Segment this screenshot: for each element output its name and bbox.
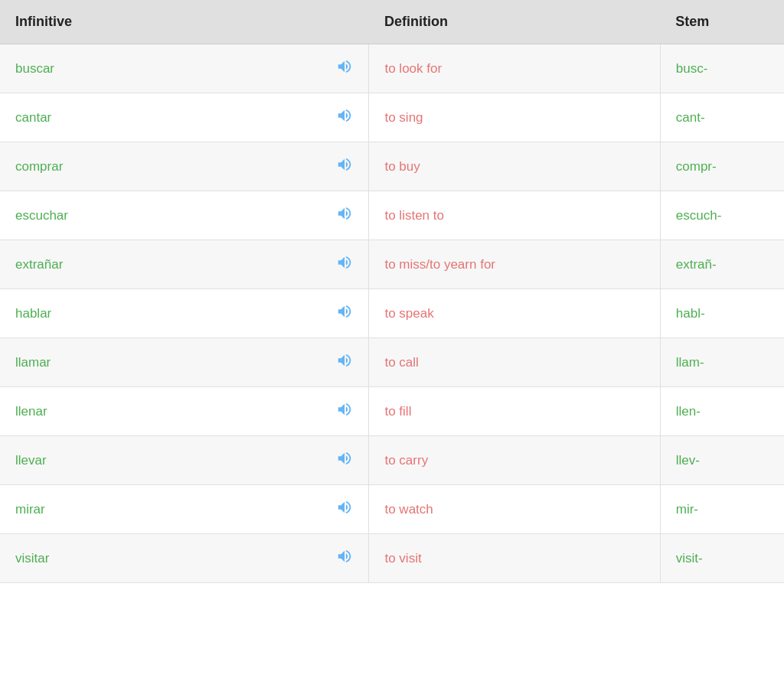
table-row: llamar to callllam-	[0, 338, 784, 387]
audio-icon[interactable]	[336, 401, 353, 418]
table-row: escuchar to listen toescuch-	[0, 191, 784, 240]
cell-infinitive: extrañar	[0, 240, 321, 289]
cell-audio[interactable]	[321, 534, 369, 583]
cell-infinitive: buscar	[0, 44, 321, 93]
table-row: cantar to singcant-	[0, 93, 784, 142]
vocabulary-table: Infinitive Definition Stem buscar to loo…	[0, 0, 784, 583]
header-definition: Definition	[369, 0, 660, 44]
cell-infinitive: mirar	[0, 485, 321, 534]
audio-icon[interactable]	[336, 548, 353, 565]
cell-infinitive: llamar	[0, 338, 321, 387]
cell-audio[interactable]	[321, 142, 369, 191]
audio-icon[interactable]	[336, 303, 353, 320]
speaker-icon	[336, 58, 353, 75]
speaker-icon	[336, 254, 353, 271]
cell-audio[interactable]	[321, 387, 369, 436]
cell-infinitive: llenar	[0, 387, 321, 436]
audio-icon[interactable]	[336, 58, 353, 75]
cell-definition: to speak	[369, 289, 660, 338]
cell-stem: llen-	[660, 387, 784, 436]
audio-icon[interactable]	[336, 205, 353, 222]
cell-infinitive: llevar	[0, 436, 321, 485]
cell-audio[interactable]	[321, 289, 369, 338]
cell-stem: extrañ-	[660, 240, 784, 289]
cell-audio[interactable]	[321, 44, 369, 93]
cell-stem: habl-	[660, 289, 784, 338]
speaker-icon	[336, 450, 353, 467]
audio-icon[interactable]	[336, 107, 353, 124]
cell-audio[interactable]	[321, 240, 369, 289]
cell-infinitive: escuchar	[0, 191, 321, 240]
table-header-row: Infinitive Definition Stem	[0, 0, 784, 44]
audio-icon[interactable]	[336, 352, 353, 369]
cell-stem: mir-	[660, 485, 784, 534]
cell-audio[interactable]	[321, 485, 369, 534]
header-stem: Stem	[660, 0, 784, 44]
cell-stem: cant-	[660, 93, 784, 142]
cell-stem: llev-	[660, 436, 784, 485]
table-row: extrañar to miss/to yearn forextrañ-	[0, 240, 784, 289]
cell-stem: escuch-	[660, 191, 784, 240]
cell-definition: to look for	[369, 44, 660, 93]
cell-infinitive: comprar	[0, 142, 321, 191]
table-row: visitar to visitvisit-	[0, 534, 784, 583]
cell-stem: compr-	[660, 142, 784, 191]
speaker-icon	[336, 205, 353, 222]
cell-audio[interactable]	[321, 436, 369, 485]
cell-definition: to sing	[369, 93, 660, 142]
table-row: mirar to watchmir-	[0, 485, 784, 534]
table-row: comprar to buycompr-	[0, 142, 784, 191]
cell-infinitive: hablar	[0, 289, 321, 338]
speaker-icon	[336, 499, 353, 516]
speaker-icon	[336, 303, 353, 320]
cell-definition: to miss/to yearn for	[369, 240, 660, 289]
table-row: llenar to fillllen-	[0, 387, 784, 436]
cell-definition: to watch	[369, 485, 660, 534]
audio-icon[interactable]	[336, 254, 353, 271]
audio-icon[interactable]	[336, 156, 353, 173]
audio-icon[interactable]	[336, 499, 353, 516]
speaker-icon	[336, 107, 353, 124]
speaker-icon	[336, 352, 353, 369]
speaker-icon	[336, 401, 353, 418]
table-row: hablar to speakhabl-	[0, 289, 784, 338]
cell-audio[interactable]	[321, 93, 369, 142]
cell-stem: busc-	[660, 44, 784, 93]
speaker-icon	[336, 548, 353, 565]
cell-stem: llam-	[660, 338, 784, 387]
cell-infinitive: visitar	[0, 534, 321, 583]
cell-definition: to listen to	[369, 191, 660, 240]
table-row: buscar to look forbusc-	[0, 44, 784, 93]
cell-definition: to fill	[369, 387, 660, 436]
table-row: llevar to carryllev-	[0, 436, 784, 485]
cell-definition: to call	[369, 338, 660, 387]
audio-icon[interactable]	[336, 450, 353, 467]
cell-audio[interactable]	[321, 338, 369, 387]
speaker-icon	[336, 156, 353, 173]
cell-infinitive: cantar	[0, 93, 321, 142]
cell-stem: visit-	[660, 534, 784, 583]
cell-definition: to visit	[369, 534, 660, 583]
cell-definition: to buy	[369, 142, 660, 191]
header-infinitive: Infinitive	[0, 0, 369, 44]
cell-definition: to carry	[369, 436, 660, 485]
cell-audio[interactable]	[321, 191, 369, 240]
